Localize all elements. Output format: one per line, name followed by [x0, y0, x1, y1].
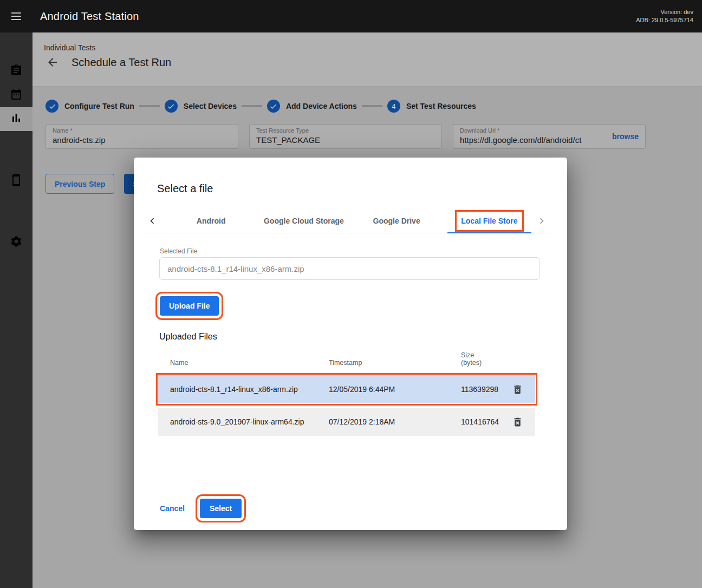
menu-icon[interactable] [0, 12, 32, 20]
gear-icon [10, 235, 23, 250]
dialog-footer: Cancel Select [155, 499, 567, 518]
chevron-right-icon [536, 215, 548, 227]
top-app-bar: Android Test Station Version: dev ADB: 2… [0, 0, 702, 32]
download-url-value: https://dl.google.com/dl/android/ct [460, 135, 607, 145]
tab-google-cloud-storage[interactable]: Google Cloud Storage [257, 208, 350, 233]
selected-file-label: Selected File [160, 247, 567, 255]
uploaded-files-table: Name Timestamp Size (bytes) android-cts-… [158, 348, 535, 436]
select-file-dialog: Select a file Android Google Cloud Stora… [134, 158, 567, 530]
version-info: Version: dev ADB: 29.0.5-5975714 [636, 8, 693, 24]
page-title: Schedule a Test Run [72, 56, 171, 69]
name-field[interactable]: Name * android-cts.zip [46, 124, 238, 149]
timestamp-cell: 12/05/2019 6:44PM [329, 385, 461, 394]
uploaded-files-title: Uploaded Files [159, 332, 567, 342]
step-complete-circle [267, 100, 280, 113]
tab-local-file-store[interactable]: Local File Store [443, 208, 536, 233]
adb-version-line: ADB: 29.0.5-5975714 [636, 16, 693, 24]
tab-label-annotated: Local File Store [457, 212, 522, 230]
tabs-scroll-right-button[interactable] [536, 208, 554, 233]
sidebar-item-test-results[interactable] [0, 107, 32, 131]
check-icon [269, 102, 277, 110]
step-label: Set Test Resources [406, 102, 476, 110]
sidebar [0, 32, 32, 588]
tabs-scroll-left-button[interactable] [146, 208, 165, 233]
smartphone-icon [10, 174, 23, 189]
sidebar-item-test-plans[interactable] [0, 83, 32, 107]
test-resource-type-value: TEST_PACKAGE [256, 135, 435, 145]
select-button[interactable]: Select [200, 499, 242, 518]
dialog-tabs: Android Google Cloud Storage Google Driv… [146, 208, 554, 233]
step-connector [139, 105, 160, 107]
test-resource-type-field[interactable]: Test Resource Type TEST_PACKAGE [249, 124, 442, 149]
size-cell: 113639298 [461, 385, 499, 394]
upload-file-button[interactable]: Upload File [160, 296, 219, 316]
browse-link[interactable]: browse [612, 132, 639, 141]
check-icon [167, 102, 175, 110]
trash-icon [512, 384, 523, 395]
cancel-button[interactable]: Cancel [155, 500, 189, 517]
step-connector [362, 105, 382, 107]
breadcrumb: Individual Tests [44, 43, 702, 52]
step-number-circle: 4 [387, 100, 400, 113]
file-name-cell: android-sts-9.0_201907-linux-arm64.zip [158, 417, 329, 426]
test-resource-type-label: Test Resource Type [256, 127, 435, 134]
step-complete-circle [165, 100, 178, 113]
sidebar-item-settings[interactable] [0, 231, 32, 254]
name-field-label: Name * [53, 127, 231, 134]
calendar-icon [10, 88, 23, 103]
previous-step-button[interactable]: Previous Step [46, 174, 114, 194]
step-label: Add Device Actions [286, 102, 357, 110]
dialog-title: Select a file [157, 182, 567, 195]
tab-label: Google Drive [373, 217, 420, 225]
step-complete-circle [46, 100, 58, 113]
stepper: Configure Test Run Select Devices Add De… [46, 100, 702, 113]
test-resource-form: Name * android-cts.zip Test Resource Typ… [46, 124, 689, 149]
app-title: Android Test Station [40, 10, 139, 23]
version-line: Version: dev [636, 8, 693, 16]
table-row[interactable]: android-sts-9.0_201907-linux-arm64.zip 0… [158, 408, 535, 436]
tab-google-drive[interactable]: Google Drive [350, 208, 443, 233]
step-label: Select Devices [184, 102, 237, 110]
check-icon [48, 102, 56, 110]
sidebar-item-tests[interactable] [0, 60, 32, 83]
timestamp-cell: 07/12/2019 2:18AM [329, 417, 461, 426]
bar-chart-icon [10, 112, 23, 127]
column-header-name: Name [158, 359, 329, 367]
tab-label: Android [197, 217, 226, 225]
selected-file-input[interactable]: android-cts-8.1_r14-linux_x86-arm.zip [159, 257, 540, 280]
file-name-cell: android-cts-8.1_r14-linux_x86-arm.zip [158, 385, 329, 394]
table-row[interactable]: android-cts-8.1_r14-linux_x86-arm.zip 12… [158, 375, 535, 403]
step-label: Configure Test Run [64, 102, 134, 110]
clipboard-icon [10, 64, 23, 79]
step-configure-test-run[interactable]: Configure Test Run [46, 100, 134, 113]
page-header: Individual Tests Schedule a Test Run [32, 32, 702, 87]
size-cell: 101416764 [461, 417, 499, 426]
delete-file-button[interactable] [510, 414, 525, 429]
delete-file-button[interactable] [510, 382, 525, 397]
name-field-value: android-cts.zip [53, 135, 231, 145]
step-select-devices[interactable]: Select Devices [165, 100, 237, 113]
tab-label: Google Cloud Storage [264, 217, 344, 225]
step-add-device-actions[interactable]: Add Device Actions [267, 100, 357, 113]
sidebar-item-devices[interactable] [0, 169, 32, 193]
tab-android[interactable]: Android [165, 208, 257, 233]
trash-icon [512, 416, 523, 428]
step-connector [242, 105, 262, 107]
column-header-timestamp: Timestamp [329, 359, 461, 367]
download-url-field[interactable]: Download Url * https://dl.google.com/dl/… [453, 124, 646, 149]
table-header: Name Timestamp Size (bytes) [158, 348, 535, 371]
back-arrow-icon[interactable] [46, 56, 59, 69]
step-set-test-resources[interactable]: 4 Set Test Resources [387, 100, 476, 113]
chevron-left-icon [146, 215, 158, 227]
size-header-line2: (bytes) [461, 359, 499, 367]
column-header-size: Size (bytes) [461, 351, 499, 367]
size-header-line1: Size [461, 351, 499, 359]
